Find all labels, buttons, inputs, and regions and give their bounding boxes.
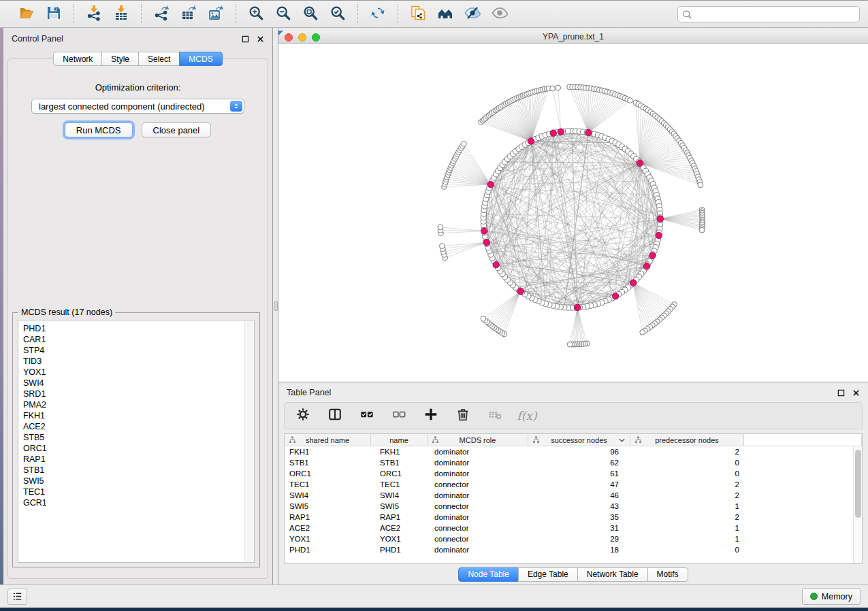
import-table-button[interactable] — [110, 4, 133, 24]
mcds-result-item[interactable]: TEC1 — [23, 486, 254, 497]
table-row[interactable]: PHD1PHD1dominator180 — [285, 544, 862, 555]
table-row[interactable]: RAP1RAP1dominator352 — [285, 512, 862, 523]
column-header-successor-nodes[interactable]: successor nodes — [528, 434, 630, 446]
node-table: shared namenameMCDS rolesuccessor nodesp… — [284, 433, 863, 564]
table-row[interactable]: TEC1TEC1connector472 — [285, 479, 862, 490]
close-panel-icon[interactable] — [852, 389, 860, 397]
column-header-shared-name[interactable]: shared name — [285, 434, 371, 446]
close-panel-icon[interactable] — [257, 35, 264, 43]
float-panel-icon[interactable] — [837, 389, 845, 397]
tab-style[interactable]: Style — [101, 52, 139, 66]
delete-button[interactable] — [454, 407, 472, 425]
mcds-result-item[interactable]: ACE2 — [23, 421, 254, 432]
select-all-button[interactable] — [358, 407, 376, 425]
table-row[interactable]: FKH1FKH1dominator962 — [285, 446, 862, 457]
mcds-result-item[interactable]: RAP1 — [23, 454, 254, 465]
table-scrollbar[interactable] — [853, 446, 862, 563]
gear-button[interactable] — [294, 407, 312, 425]
table-row[interactable]: SWI4SWI4dominator462 — [285, 490, 862, 501]
mcds-result-item[interactable]: PMA2 — [23, 399, 254, 410]
window-minimize-icon[interactable] — [298, 33, 306, 42]
mcds-result-item[interactable]: SRD1 — [23, 389, 254, 399]
cell-shared-name: RAP1 — [285, 512, 371, 523]
tab-network[interactable]: Network — [53, 52, 102, 66]
window-close-icon[interactable] — [285, 33, 293, 42]
tab-network-table[interactable]: Network Table — [577, 567, 648, 582]
export-network-button[interactable] — [150, 4, 173, 24]
mcds-result-item[interactable]: SWI4 — [23, 378, 254, 389]
mcds-result-item[interactable]: GCR1 — [23, 497, 254, 508]
share-document-button[interactable] — [406, 4, 430, 24]
tab-select[interactable]: Select — [138, 52, 180, 66]
zoom-fit-icon — [302, 5, 319, 24]
mcds-result-item[interactable]: SWI5 — [23, 476, 254, 486]
hide-selected-button[interactable] — [461, 4, 484, 24]
cell-shared-name: STB1 — [285, 457, 371, 468]
import-network-button[interactable] — [82, 4, 106, 24]
dock-corner-icon — [278, 31, 283, 35]
mcds-result-item[interactable]: STB5 — [23, 432, 254, 443]
column-header-mcds-role[interactable]: MCDS role — [428, 434, 528, 446]
tab-motifs[interactable]: Motifs — [647, 567, 688, 582]
mcds-result-item[interactable]: FKH1 — [23, 410, 254, 421]
main-toolbar — [0, 0, 868, 28]
network-window-titlebar[interactable]: YPA_prune.txt_1 — [278, 31, 868, 44]
table-row[interactable]: YOX1YOX1connector291 — [285, 533, 862, 544]
cell-name: SWI5 — [371, 501, 428, 512]
refresh-button[interactable] — [366, 4, 389, 24]
float-panel-icon[interactable] — [242, 35, 249, 43]
network-overview-icon — [437, 5, 453, 24]
network-canvas[interactable] — [278, 44, 868, 382]
table-row[interactable]: ACE2ACE2connector311 — [285, 523, 862, 533]
tab-edge-table[interactable]: Edge Table — [518, 567, 578, 582]
columns-button[interactable] — [326, 407, 344, 425]
mcds-result-item[interactable]: TID3 — [23, 356, 254, 367]
run-mcds-button[interactable]: Run MCDS — [65, 122, 133, 137]
table-row[interactable]: ORC1ORC1dominator610 — [285, 468, 862, 479]
panel-splitter[interactable] — [273, 28, 278, 584]
zoom-in-button[interactable] — [244, 4, 268, 24]
zoom-in-icon — [248, 5, 264, 24]
memory-button[interactable]: Memory — [802, 588, 861, 605]
mcds-result-item[interactable]: STB1 — [23, 465, 254, 476]
mcds-result-item[interactable]: YOX1 — [23, 367, 254, 378]
cell-predecessor-nodes: 2 — [630, 446, 744, 457]
network-graph[interactable] — [278, 44, 868, 382]
cell-predecessor-nodes: 2 — [630, 479, 744, 490]
mcds-result-list[interactable]: PHD1CAR1STP4TID3YOX1SWI4SRD1PMA2FKH1ACE2… — [18, 320, 255, 563]
close-panel-button[interactable]: Close panel — [142, 122, 212, 137]
cell-successor-nodes: 96 — [528, 446, 630, 457]
table-row[interactable]: STB1STB1dominator620 — [285, 457, 862, 468]
zoom-selected-button[interactable] — [326, 4, 349, 24]
tab-mcds[interactable]: MCDS — [179, 52, 222, 66]
mcds-list-scrollbar[interactable] — [244, 321, 253, 561]
show-all-button[interactable] — [488, 4, 511, 24]
mcds-result-item[interactable]: CAR1 — [23, 334, 254, 345]
optimization-criterion-select[interactable]: largest connected component (undirected) — [31, 99, 244, 114]
column-header-name[interactable]: name — [371, 434, 428, 446]
save-session-button[interactable] — [42, 4, 65, 24]
hierarchy-icon — [532, 436, 540, 444]
add-button[interactable] — [422, 407, 440, 425]
tab-node-table[interactable]: Node Table — [458, 567, 519, 582]
network-overview-button[interactable] — [434, 4, 457, 24]
add-icon — [423, 407, 438, 425]
open-file-button[interactable] — [15, 4, 38, 24]
zoom-out-icon — [275, 5, 291, 24]
zoom-fit-button[interactable] — [299, 4, 322, 24]
table-row[interactable]: SWI5SWI5connector431 — [285, 501, 862, 512]
mcds-result-item[interactable]: PHD1 — [23, 323, 254, 334]
export-image-button[interactable] — [204, 4, 227, 24]
mcds-result-item[interactable]: STP4 — [23, 345, 254, 356]
memory-status-icon — [810, 593, 818, 600]
deselect-all-button[interactable] — [390, 407, 408, 425]
zoom-out-button[interactable] — [272, 4, 295, 24]
window-maximize-icon[interactable] — [312, 33, 320, 42]
column-header-predecessor-nodes[interactable]: predecessor nodes — [630, 434, 744, 446]
export-table-button[interactable] — [177, 4, 200, 24]
search-input[interactable] — [677, 6, 860, 22]
mcds-result-item[interactable]: ORC1 — [23, 443, 254, 454]
cell-shared-name: TEC1 — [285, 479, 371, 490]
task-history-button[interactable] — [7, 589, 27, 605]
table-scrollbar-thumb[interactable] — [855, 450, 861, 518]
